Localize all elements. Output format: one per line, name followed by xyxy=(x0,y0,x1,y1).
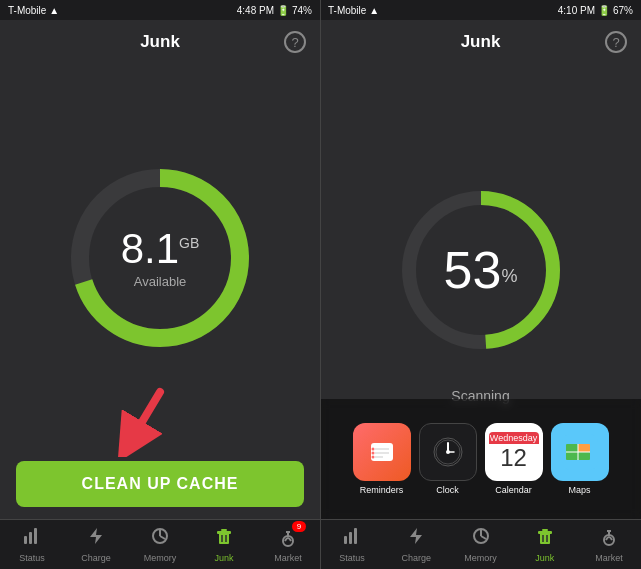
right-tab-charge[interactable]: Charge xyxy=(384,526,448,563)
right-tab-junk[interactable]: Junk xyxy=(513,526,577,563)
svg-line-3 xyxy=(130,392,160,442)
right-tab-status[interactable]: Status xyxy=(320,526,384,563)
left-tab-status-label: Status xyxy=(19,553,45,563)
svg-rect-39 xyxy=(354,528,357,544)
right-percent-center: 53% xyxy=(444,244,518,296)
left-unit: GB xyxy=(179,234,199,250)
right-tab-status-label: Status xyxy=(339,553,365,563)
svg-rect-5 xyxy=(29,532,32,544)
right-status-right: 4:10 PM 🔋 67% xyxy=(558,5,633,16)
left-tab-market-badge-container: 9 xyxy=(278,527,298,551)
left-title: Junk xyxy=(140,32,180,52)
right-percent-donut: 53% xyxy=(391,180,571,360)
svg-point-23 xyxy=(371,448,374,451)
left-tab-memory[interactable]: Memory xyxy=(128,526,192,563)
svg-rect-4 xyxy=(24,536,27,544)
right-tab-bar: Status Charge Memory Junk Market xyxy=(320,519,641,569)
right-tab-junk-icon xyxy=(535,526,555,551)
left-tab-memory-icon xyxy=(150,526,170,551)
left-battery-icon: 🔋 xyxy=(277,5,289,16)
left-wifi-icon: ▲ xyxy=(49,5,59,16)
left-header: Junk ? xyxy=(0,20,320,64)
right-title: Junk xyxy=(461,32,501,52)
left-tab-status-icon xyxy=(22,526,42,551)
left-carrier: T-Mobile xyxy=(8,5,46,16)
right-tab-status-icon xyxy=(342,526,362,551)
panel-divider xyxy=(320,0,321,569)
right-percent-sign: % xyxy=(501,265,517,285)
calendar-icon: Wednesday 12 xyxy=(485,423,543,481)
svg-point-25 xyxy=(371,456,374,459)
app-clock[interactable]: Clock xyxy=(419,423,477,495)
svg-point-30 xyxy=(446,450,450,454)
right-carrier: T-Mobile xyxy=(328,5,366,16)
left-tab-market-label: Market xyxy=(274,553,302,563)
right-percent-value: 53 xyxy=(444,241,502,299)
left-donut-value: 8.1GB xyxy=(121,227,200,269)
right-tab-memory-icon xyxy=(471,526,491,551)
right-battery: 67% xyxy=(613,5,633,16)
clean-button-label: CLEAN UP CACHE xyxy=(82,475,239,493)
left-tab-junk[interactable]: Junk xyxy=(192,526,256,563)
left-available-label: Available xyxy=(121,273,200,288)
right-status-bar: T-Mobile ▲ 4:10 PM 🔋 67% xyxy=(320,0,641,20)
left-tab-junk-icon xyxy=(214,526,234,551)
svg-rect-11 xyxy=(221,529,227,531)
clock-label: Clock xyxy=(436,485,459,495)
svg-rect-42 xyxy=(540,533,550,544)
clean-up-cache-button[interactable]: CLEAN UP CACHE xyxy=(16,461,304,507)
right-status-left: T-Mobile ▲ xyxy=(328,5,379,16)
svg-rect-37 xyxy=(344,536,347,544)
app-reminders[interactable]: Reminders xyxy=(353,423,411,495)
svg-rect-38 xyxy=(349,532,352,544)
left-time: 4:48 PM xyxy=(237,5,274,16)
left-status-right: 4:48 PM 🔋 74% xyxy=(237,5,312,16)
app-calendar[interactable]: Wednesday 12 Calendar xyxy=(485,423,543,495)
app-switcher-overlay: Reminders Clock Wednesday 12 Calendar xyxy=(320,399,641,519)
right-panel: T-Mobile ▲ 4:10 PM 🔋 67% Junk ? 53% Scan… xyxy=(320,0,641,569)
right-battery-icon: 🔋 xyxy=(598,5,610,16)
svg-rect-19 xyxy=(371,443,393,461)
right-tab-charge-label: Charge xyxy=(402,553,432,563)
right-help-button[interactable]: ? xyxy=(605,31,627,53)
svg-point-24 xyxy=(371,452,374,455)
svg-rect-9 xyxy=(219,533,229,544)
svg-rect-34 xyxy=(578,452,590,460)
svg-rect-33 xyxy=(578,444,590,452)
maps-label: Maps xyxy=(568,485,590,495)
svg-rect-10 xyxy=(217,531,231,534)
right-wifi-icon: ▲ xyxy=(369,5,379,16)
right-tab-memory[interactable]: Memory xyxy=(448,526,512,563)
app-maps[interactable]: Maps xyxy=(551,423,609,495)
red-arrow xyxy=(110,387,180,461)
left-panel: T-Mobile ▲ 4:48 PM 🔋 74% Junk ? 8.1GB xyxy=(0,0,320,569)
svg-marker-40 xyxy=(410,528,422,544)
svg-rect-44 xyxy=(542,529,548,531)
left-status-left: T-Mobile ▲ xyxy=(8,5,59,16)
left-tab-market[interactable]: 9 Market xyxy=(256,527,320,563)
left-tab-charge-icon xyxy=(86,526,106,551)
right-tab-junk-label: Junk xyxy=(535,553,554,563)
right-tab-market[interactable]: Market xyxy=(577,526,641,563)
right-tab-market-icon xyxy=(599,526,619,551)
left-help-button[interactable]: ? xyxy=(284,31,306,53)
left-tab-charge-label: Charge xyxy=(81,553,111,563)
right-help-icon: ? xyxy=(612,35,619,50)
svg-rect-6 xyxy=(34,528,37,544)
left-tab-junk-label: Junk xyxy=(214,553,233,563)
left-donut: 8.1GB Available xyxy=(60,158,260,358)
right-tab-market-label: Market xyxy=(595,553,623,563)
left-help-icon: ? xyxy=(291,35,298,50)
right-tab-charge-icon xyxy=(406,526,426,551)
left-donut-center: 8.1GB Available xyxy=(121,227,200,288)
left-tab-status[interactable]: Status xyxy=(0,526,64,563)
right-tab-memory-label: Memory xyxy=(464,553,497,563)
left-tab-charge[interactable]: Charge xyxy=(64,526,128,563)
svg-rect-43 xyxy=(538,531,552,534)
arrow-svg xyxy=(110,387,180,457)
market-badge: 9 xyxy=(292,521,306,532)
left-tab-memory-label: Memory xyxy=(144,553,177,563)
left-tab-bar: Status Charge Memory Junk 9 Market xyxy=(0,519,320,569)
reminders-icon xyxy=(353,423,411,481)
svg-marker-7 xyxy=(90,528,102,544)
